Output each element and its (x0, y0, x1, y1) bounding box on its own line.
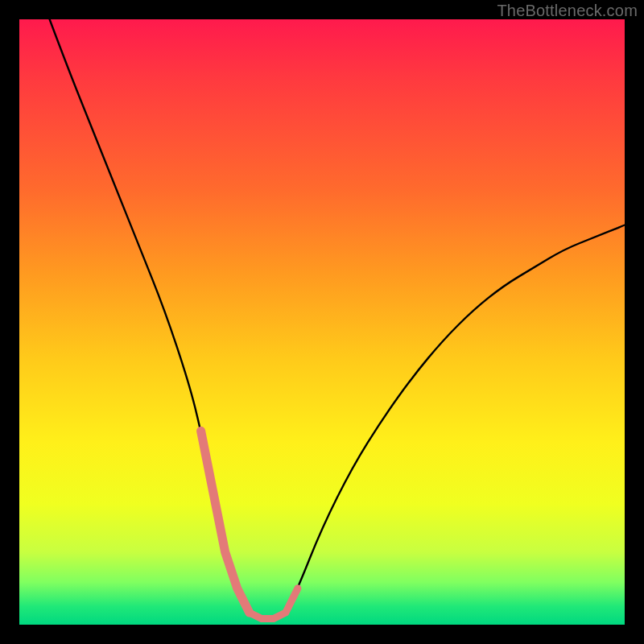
watermark-text: TheBottleneck.com (497, 2, 638, 20)
plot-area (19, 19, 625, 625)
chart-frame: TheBottleneck.com (0, 0, 644, 644)
bottleneck-curve (19, 19, 625, 625)
